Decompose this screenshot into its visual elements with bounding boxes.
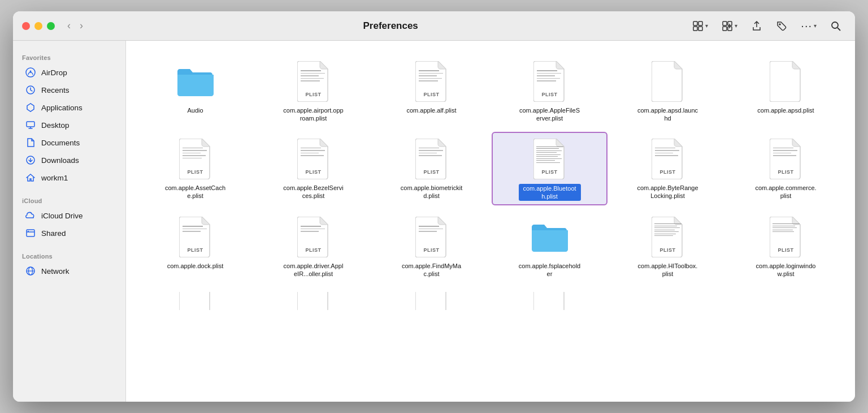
sidebar-item-airdrop[interactable]: AirDrop <box>16 64 122 81</box>
finder-window: ‹ › Preferences ▾ <box>13 11 855 402</box>
sidebar-item-label: Documents <box>41 139 80 147</box>
sidebar-item-recents[interactable]: Recents <box>16 81 122 98</box>
svg-line-11 <box>837 28 840 31</box>
plist-icon: PLIST <box>412 59 452 104</box>
downloads-icon <box>25 155 36 165</box>
sidebar-item-network[interactable]: Network <box>16 263 122 279</box>
plist-icon: PLIST <box>412 136 452 182</box>
file-item-fsplaceholder[interactable]: com.apple.fsplaceholder <box>492 210 607 283</box>
more-button[interactable]: ··· ▾ <box>796 16 821 36</box>
svg-point-13 <box>30 71 32 72</box>
sidebar-item-workm1[interactable]: workm1 <box>16 169 122 186</box>
file-label: com.apple.AssetCache.plist <box>164 184 227 200</box>
file-item-audio[interactable]: Audio <box>137 54 253 127</box>
sidebar-item-label: Downloads <box>41 156 79 165</box>
svg-point-10 <box>832 22 838 28</box>
sidebar-item-desktop[interactable]: Desktop <box>16 117 122 134</box>
sidebar-item-shared[interactable]: Shared <box>16 225 122 242</box>
plist-icon: PLIST <box>766 214 806 260</box>
traffic-lights <box>22 22 55 30</box>
file-label: com.apple.dock.plist <box>167 262 224 270</box>
svg-rect-19 <box>27 230 34 236</box>
minimize-button[interactable] <box>34 22 42 30</box>
file-item-loginwindow[interactable]: PLIST com.apple.loginwindow.plist <box>728 210 844 283</box>
file-item-airport[interactable]: PLIST com.apple.airport.opproam.plist <box>255 54 371 127</box>
shared-icon <box>25 228 36 238</box>
sidebar-item-label: Shared <box>41 229 66 238</box>
sidebar-item-label: workm1 <box>41 174 68 182</box>
sidebar: Favorites AirDrop <box>13 41 126 402</box>
file-item-partial2[interactable] <box>255 287 371 310</box>
sidebar-item-downloads[interactable]: Downloads <box>16 152 122 169</box>
svg-rect-0 <box>693 21 697 25</box>
file-item-assetcache[interactable]: PLIST com.apple.AssetCache.plist <box>137 132 253 206</box>
file-item-apsd-launchd[interactable]: com.apple.apsd.launchd <box>610 54 726 127</box>
file-label: com.apple.biometrickitd.plist <box>401 184 463 200</box>
file-item-dock[interactable]: PLIST com.apple.dock.plist <box>137 210 253 283</box>
plist-icon: PLIST <box>294 214 333 260</box>
recents-icon <box>25 85 36 95</box>
desktop-icon <box>25 120 36 130</box>
plist-icon: PLIST <box>648 214 688 260</box>
file-label: com.apple.BezelServices.plist <box>283 184 345 200</box>
airdrop-icon <box>25 67 36 78</box>
sidebar-item-documents[interactable]: Documents <box>16 134 122 151</box>
file-content-area: Audio <box>126 41 855 402</box>
svg-rect-2 <box>693 27 697 31</box>
maximize-button[interactable] <box>47 22 55 30</box>
icloud-icon <box>25 210 36 221</box>
file-label: com.apple.HIToolbox.plist <box>637 262 699 278</box>
plist-icon <box>648 59 688 104</box>
tag-button[interactable] <box>771 17 792 35</box>
forward-button[interactable]: › <box>76 18 86 34</box>
chevron-down-icon: ▾ <box>705 23 708 29</box>
file-item-alf[interactable]: PLIST com.apple.alf.plist <box>374 54 489 127</box>
sidebar-item-label: AirDrop <box>41 68 67 77</box>
file-label: com.apple.commerce.plist <box>755 184 817 200</box>
titlebar: ‹ › Preferences ▾ <box>13 11 855 41</box>
plist-icon <box>766 59 806 104</box>
search-icon <box>830 20 841 32</box>
file-item-hitoolbox[interactable]: PLIST com.apple.HIToolbox.plist <box>610 210 726 283</box>
file-label: Audio <box>187 106 203 114</box>
arrange-button[interactable]: ▾ <box>717 17 742 35</box>
plist-icon: PLIST <box>294 59 333 104</box>
back-button[interactable]: ‹ <box>64 18 74 34</box>
plist-icon: PLIST <box>176 136 215 182</box>
sidebar-item-icloud-drive[interactable]: iCloud Drive <box>16 207 122 224</box>
svg-rect-3 <box>698 27 702 31</box>
svg-rect-1 <box>698 21 702 25</box>
file-label: com.apple.alf.plist <box>406 106 456 114</box>
file-item-applefileserver[interactable]: PLIST com.apple.AppleFileServer.plist <box>492 54 607 127</box>
favorites-section-label: Favorites <box>13 50 125 63</box>
file-item-partial3[interactable] <box>374 287 489 310</box>
close-button[interactable] <box>22 22 30 30</box>
tag-icon <box>776 20 787 32</box>
file-label: com.apple.apsd.launchd <box>637 106 699 123</box>
file-item-biometrickitd[interactable]: PLIST com.apple.biometrickitd.plist <box>374 132 489 206</box>
file-item-apsd[interactable]: com.apple.apsd.plist <box>728 54 844 127</box>
sidebar-item-label: Desktop <box>41 121 70 130</box>
share-button[interactable] <box>747 17 767 35</box>
grid-view-button[interactable]: ▾ <box>688 17 713 35</box>
plist-icon: PLIST <box>530 136 570 182</box>
file-item-driver[interactable]: PLIST com.apple.driver.AppleIR...oller.p… <box>255 210 371 283</box>
main-area: Favorites AirDrop <box>13 41 855 402</box>
arrange-icon <box>722 20 733 32</box>
svg-rect-4 <box>723 21 727 25</box>
file-item-commerce[interactable]: PLIST com.apple.commerce.plist <box>728 132 844 206</box>
file-item-bluetooth[interactable]: PLIST com.apple.Bluetooth.plist <box>492 132 607 206</box>
search-button[interactable] <box>826 17 846 35</box>
file-item-partial4[interactable] <box>492 287 607 310</box>
folder-icon <box>530 214 570 260</box>
svg-rect-20 <box>28 231 29 232</box>
applications-icon <box>25 102 36 113</box>
file-item-bezelservices[interactable]: PLIST com.apple.BezelServices.plist <box>255 132 371 206</box>
sidebar-item-applications[interactable]: Applications <box>16 99 122 116</box>
file-item-byterangelocking[interactable]: PLIST com.apple.ByteRangeLocking.plist <box>610 132 726 206</box>
file-item-partial1[interactable] <box>137 287 253 310</box>
toolbar-actions: ▾ ▾ <box>688 16 846 36</box>
sidebar-item-label: Applications <box>41 104 83 112</box>
file-label: com.apple.AppleFileServer.plist <box>519 106 581 123</box>
file-item-findmymac[interactable]: PLIST com.apple.FindMyMac.plist <box>374 210 489 283</box>
